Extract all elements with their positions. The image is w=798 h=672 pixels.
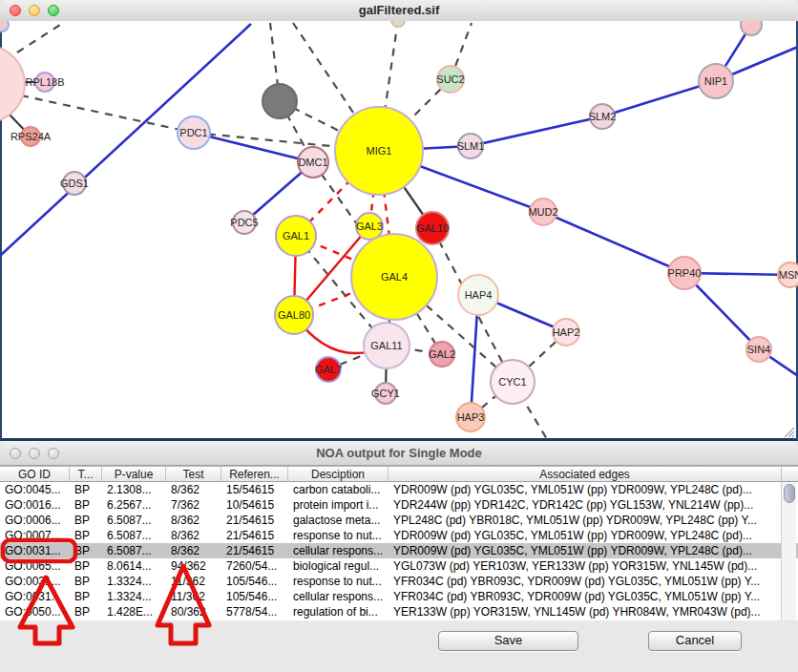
- table-cell: cellular respons...: [288, 589, 388, 604]
- table-cell: BP: [70, 558, 102, 574]
- table-cell: GO:0031...: [0, 589, 70, 604]
- node-corner[interactable]: [0, 21, 9, 32]
- table-cell: biological regul...: [288, 558, 388, 574]
- node-label: PDC1: [179, 127, 207, 138]
- edge-d: [17, 23, 63, 52]
- node-label: CYC1: [498, 376, 526, 388]
- table-cell: 105/546...: [221, 574, 288, 589]
- table-header-cell[interactable]: Referen...: [221, 467, 288, 482]
- table-header-cell[interactable]: P-value: [102, 467, 166, 482]
- table-cell: GO:0045...: [0, 482, 70, 497]
- table-row[interactable]: GO:0031...BP6.5087...8/36221/54615cellul…: [0, 543, 798, 558]
- noa-window-title: NOA output for Single Mode: [0, 441, 798, 465]
- resize-grip[interactable]: [782, 425, 795, 438]
- node-label: GAL3: [356, 220, 383, 232]
- table-cell: 8/362: [166, 528, 221, 543]
- table-cell: GO:0065...: [0, 558, 70, 574]
- node-gray[interactable]: [262, 84, 297, 118]
- table-cell: BP: [70, 589, 102, 604]
- node-label: HAP3: [457, 411, 485, 423]
- table-cell: protein import i...: [288, 497, 388, 513]
- node-label: SIN4: [747, 344, 770, 355]
- table-cell: carbon cataboli...: [288, 482, 388, 497]
- table-cell: GO:0007...: [0, 528, 70, 543]
- node-label: HAP4: [465, 289, 493, 301]
- table-cell: 1.3324...: [102, 589, 166, 604]
- table-cell: GO:0050...: [0, 604, 70, 620]
- table-row[interactable]: GO:0045...BP2.1308...8/36215/54615carbon…: [0, 482, 798, 497]
- table-header-cell[interactable]: Associated edges: [388, 467, 782, 482]
- node-label: MUD2: [528, 206, 557, 218]
- table-cell: BP: [70, 604, 102, 620]
- table-row[interactable]: GO:0031...BP1.3324...11/362105/546...cel…: [0, 589, 798, 604]
- button-panel: Save Cancel: [0, 620, 798, 672]
- table-header: GO IDT...P-valueTestReferen...Desciption…: [0, 466, 798, 482]
- table-cell: 1.428E...: [102, 604, 166, 620]
- node-label: GAL1: [283, 230, 309, 242]
- table-header-cell[interactable]: T...: [70, 467, 102, 482]
- scrollbar-thumb[interactable]: [784, 484, 795, 503]
- save-button[interactable]: Save: [438, 631, 578, 651]
- node-label: SUC2: [436, 74, 464, 85]
- node-label: PRP40: [668, 267, 702, 279]
- table-cell: 21/54615: [221, 513, 288, 528]
- node-top-green[interactable]: [391, 21, 405, 27]
- table-header-cell[interactable]: Test: [166, 467, 221, 482]
- node-label: PDC5: [230, 217, 258, 228]
- edge-b: [194, 133, 313, 162]
- table-body: GO:0045...BP2.1308...8/36215/54615carbon…: [0, 482, 798, 621]
- cancel-button[interactable]: Cancel: [648, 631, 742, 651]
- table-cell: 11/362: [166, 574, 221, 589]
- table-cell: GO:0016...: [0, 497, 70, 513]
- noa-output-window: NOA output for Single Mode GO IDT...P-va…: [0, 441, 798, 672]
- table-cell: galactose meta...: [288, 513, 388, 528]
- network-window-titlebar[interactable]: galFiltered.sif: [0, 0, 798, 22]
- edge-b: [471, 116, 602, 146]
- node-label: HAP2: [553, 326, 580, 338]
- node-top-right-pink[interactable]: [741, 21, 762, 35]
- table-cell: 15/54615: [221, 482, 288, 497]
- edge-b: [543, 212, 684, 273]
- vertical-scrollbar[interactable]: [781, 482, 796, 620]
- table-cell: 105/546...: [221, 589, 288, 604]
- table-cell: 21/54615: [221, 543, 288, 558]
- table-cell: YFR034C (pd) YBR093C, YDR009W (pd) YGL03…: [388, 589, 782, 604]
- node-label: GDS1: [60, 178, 89, 189]
- table-row[interactable]: GO:0031...BP1.3324...11/362105/546...res…: [0, 574, 798, 589]
- table-cell: 94/362: [166, 558, 221, 574]
- noa-window-titlebar[interactable]: NOA output for Single Mode: [0, 441, 798, 466]
- table-cell: YDR244W (pp) YDR142C, YDR142C (pp) YGL15…: [388, 497, 782, 513]
- table-cell: 80/362: [166, 604, 221, 620]
- table-cell: YPL248C (pd) YBR018C, YML051W (pp) YDR00…: [388, 513, 782, 528]
- table-cell: 1.3324...: [102, 574, 166, 589]
- table-cell: YFR034C (pd) YBR093C, YDR009W (pd) YGL03…: [388, 574, 782, 589]
- table-row[interactable]: GO:0006...BP6.5087...8/36221/54615galact…: [0, 513, 798, 528]
- table-header-cell[interactable]: GO ID: [0, 467, 70, 482]
- table-cell: BP: [70, 543, 102, 558]
- table-cell: cellular respons...: [288, 543, 388, 558]
- table-cell: 8/362: [166, 513, 221, 528]
- node-label: GAL4: [381, 271, 408, 283]
- network-graph: RPL18BRPS24AGDS1PDC1DMC1MIG1PDC5SUC2SLM1…: [0, 21, 798, 438]
- node-big-left[interactable]: [0, 46, 25, 122]
- table-cell: YGL073W (pd) YER103W, YER133W (pp) YOR31…: [388, 558, 782, 574]
- table-cell: 8/362: [166, 543, 221, 558]
- table-cell: BP: [70, 482, 102, 497]
- window-title: galFiltered.sif: [0, 0, 798, 21]
- table-cell: regulation of bi...: [288, 604, 388, 620]
- table-cell: GO:0031...: [0, 574, 70, 589]
- table-row[interactable]: GO:0007...BP6.5087...8/36221/54615respon…: [0, 528, 798, 543]
- table-header-cell[interactable]: Desciption: [288, 467, 388, 482]
- node-label: NIP1: [704, 75, 727, 87]
- table-row[interactable]: GO:0050...BP1.428E...80/3625778/54...reg…: [0, 604, 798, 620]
- table-cell: 6.2567...: [102, 497, 166, 513]
- node-label: GCY1: [371, 388, 400, 399]
- table-cell: YDR009W (pd) YGL035C, YML051W (pp) YDR00…: [388, 543, 782, 558]
- network-canvas[interactable]: RPL18BRPS24AGDS1PDC1DMC1MIG1PDC5SUC2SLM1…: [0, 21, 798, 441]
- node-label: RPS24A: [10, 131, 52, 142]
- table-cell: 7/362: [166, 497, 221, 513]
- table-row[interactable]: GO:0065...BP8.0614...94/3627260/54...bio…: [0, 558, 798, 574]
- table-cell: 7260/54...: [221, 558, 288, 574]
- table-cell: 5778/54...: [221, 604, 288, 620]
- table-row[interactable]: GO:0016...BP6.2567...7/36210/54615protei…: [0, 497, 798, 513]
